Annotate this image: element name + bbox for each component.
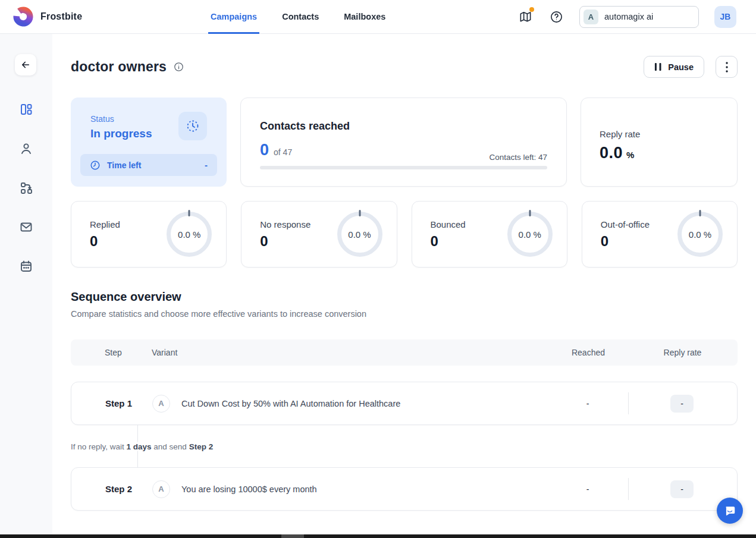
reply-rate-value: 0.0 [600, 144, 623, 162]
map-button[interactable] [517, 9, 533, 24]
workflow-icon [19, 181, 33, 195]
workspace-name: automagix ai [604, 12, 653, 21]
top-header: Frostbite Campaigns Contacts Mailboxes A… [0, 0, 756, 34]
donut-tick [189, 210, 190, 216]
time-left-pill: Time left - [80, 154, 217, 176]
time-left-label: Time left [107, 161, 141, 170]
calendar-icon [19, 259, 33, 273]
column-step: Step [105, 348, 152, 357]
info-icon[interactable] [174, 62, 184, 72]
sequence-overview-title: Sequence overview [71, 290, 738, 304]
sidebar-item-workflows[interactable] [14, 180, 38, 196]
stat-card-replied: Replied 0 0.0 % [71, 201, 227, 268]
stat-donut: 0.0 % [677, 212, 723, 257]
donut-tick [359, 210, 360, 216]
sidebar-item-dashboard[interactable] [14, 102, 38, 117]
tab-mailboxes[interactable]: Mailboxes [341, 0, 388, 34]
stat-label: Replied [90, 219, 120, 229]
column-reply-rate: Reply rate [628, 348, 738, 357]
stat-count: 0 [431, 233, 466, 250]
contacts-reached-title: Contacts reached [260, 120, 547, 133]
pause-icon [654, 62, 662, 71]
reply-rate-badge: - [670, 480, 694, 498]
step-row-1[interactable]: Step 1 A Cut Down Cost by 50% with AI Au… [71, 382, 738, 425]
workspace-avatar: A [584, 10, 598, 24]
reply-rate-unit: % [626, 150, 634, 160]
stat-rate: 0.0 % [348, 229, 371, 240]
chat-launcher-button[interactable] [717, 498, 743, 524]
main-content: doctor owners Pause [52, 34, 756, 511]
sidebar-item-schedule[interactable] [14, 259, 38, 274]
stat-label: No response [260, 219, 310, 229]
page-title: doctor owners [71, 59, 167, 75]
status-card[interactable]: Status In progress Time left - [71, 97, 227, 187]
contacts-progress-bar [260, 166, 547, 169]
sidebar-nav [0, 102, 52, 274]
status-icon-tile [178, 112, 207, 140]
sidebar [0, 34, 52, 538]
sidebar-item-mailboxes[interactable] [14, 219, 38, 235]
stat-card-bounced: Bounced 0 0.0 % [412, 201, 567, 268]
stat-donut: 0.0 % [167, 212, 212, 257]
reply-rate-label: Reply rate [600, 129, 719, 139]
pause-button[interactable]: Pause [644, 56, 704, 78]
main-nav: Campaigns Contacts Mailboxes [208, 0, 388, 34]
time-left-value: - [205, 160, 208, 170]
stat-card-out-of-office: Out-of-office 0 0.0 % [582, 201, 738, 268]
brand-name: Frostbite [40, 11, 82, 22]
sequence-overview-subtitle: Compare statistics and choose more effec… [71, 309, 738, 319]
variant-badge: A [152, 480, 170, 498]
summary-cards-row: Status In progress Time left - Contacts … [71, 97, 738, 187]
help-button[interactable] [548, 9, 564, 24]
stat-count: 0 [260, 233, 310, 250]
title-row: doctor owners Pause [71, 56, 738, 78]
column-reached: Reached [549, 348, 628, 357]
chat-bubble-icon [723, 504, 736, 517]
horizontal-scrollbar[interactable] [0, 534, 756, 538]
tab-contacts[interactable]: Contacts [280, 0, 321, 34]
variant-subject: You are losing 10000$ every month [181, 484, 317, 494]
clock-icon [90, 160, 101, 171]
sidebar-item-contacts[interactable] [14, 141, 38, 156]
donut-tick [699, 210, 701, 216]
variant-badge: A [152, 395, 170, 413]
stat-rate: 0.0 % [689, 229, 711, 240]
dashboard-icon [19, 102, 33, 117]
wait-days: 1 days [127, 442, 152, 451]
reply-rate-badge: - [670, 395, 694, 413]
stat-rate: 0.0 % [519, 229, 541, 240]
workspace-select[interactable]: A automagix ai [579, 6, 699, 28]
stat-rate: 0.0 % [178, 229, 200, 240]
user-avatar[interactable]: JB [714, 6, 736, 28]
stat-count: 0 [90, 233, 120, 250]
stat-cards-row: Replied 0 0.0 % No response 0 0.0 % Boun… [71, 201, 738, 268]
step-row-2[interactable]: Step 2 A You are losing 10000$ every mon… [71, 467, 738, 511]
notification-dot [529, 7, 534, 12]
frostbite-logo-icon [13, 7, 33, 27]
step-name: Step 2 [105, 484, 152, 494]
brand: Frostbite [13, 7, 192, 27]
column-divider [628, 392, 629, 414]
pause-label: Pause [668, 62, 694, 72]
timer-icon [186, 119, 200, 133]
person-icon [19, 141, 33, 156]
reply-rate-row: 0.0 % [600, 144, 719, 162]
kebab-icon [726, 62, 728, 73]
step-connector: If no reply, wait 1 days and send Step 2 [71, 425, 738, 467]
step-name: Step 1 [105, 398, 152, 408]
donut-tick [529, 210, 531, 216]
stat-label: Out-of-office [601, 219, 650, 229]
tab-campaigns[interactable]: Campaigns [208, 0, 259, 34]
scrollbar-thumb[interactable] [281, 534, 304, 538]
header-right: A automagix ai JB [517, 6, 736, 28]
back-button[interactable] [15, 54, 36, 75]
map-icon [519, 10, 532, 24]
help-icon [550, 10, 563, 24]
sequence-table-header: Step Variant Reached Reply rate [71, 339, 738, 366]
reached-value: - [548, 484, 627, 494]
more-actions-button[interactable] [716, 56, 738, 78]
contacts-reached-value: 0 [260, 141, 269, 159]
stat-label: Bounced [431, 219, 466, 229]
contacts-reached-card: Contacts reached 0 of 47 Contacts left: … [240, 97, 567, 187]
title-actions: Pause [644, 56, 738, 78]
